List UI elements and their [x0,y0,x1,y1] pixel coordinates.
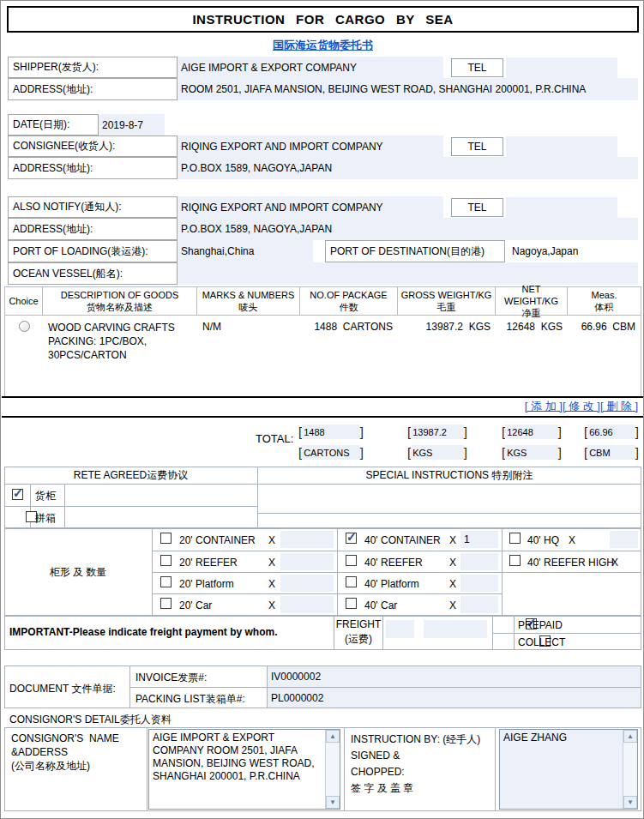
container-40-reefer-checkbox[interactable] [346,555,357,566]
scrollbar[interactable]: ▲ ▼ [623,730,637,809]
container-40-car-checkbox[interactable] [346,598,357,609]
total-meas-group: [ ] [584,423,639,441]
port-of-loading-label: PORT OF LOADING(装运港): [8,240,178,262]
col-marks-en: MARKS & NUMBERS [202,289,295,301]
x-mark: X [268,578,275,590]
freight-label-en: FREIGHT [336,618,382,630]
shipper-tel-button[interactable]: TEL [451,58,503,77]
divider-line [4,506,257,507]
total-net-input[interactable] [505,425,558,439]
ocean-vessel-input[interactable] [178,262,638,285]
rate-fcl-checkbox[interactable] [12,489,23,500]
freight-amount-input-2[interactable] [424,620,487,638]
shipper-input[interactable] [178,57,443,78]
scroll-up-icon[interactable]: ▲ [623,730,637,743]
container-40-container-qty[interactable] [460,531,498,548]
scroll-up-icon[interactable]: ▲ [326,730,340,743]
container-20-platform-checkbox[interactable] [160,576,172,587]
shipper-address-label: ADDRESS(地址): [8,78,178,100]
container-40-car-qty[interactable] [460,596,498,613]
subtitle-link[interactable]: 国际海运货物委托书 [273,39,373,51]
freight-amount-input-1[interactable] [386,620,414,638]
container-40-platform-label: 40' Platform [364,578,419,590]
container-40-platform-qty[interactable] [460,575,498,592]
goods-table: Choice DESCRIPTION OF GOODS 货物名称及描述 MARK… [4,286,641,397]
container-20-car-checkbox[interactable] [160,598,172,609]
container-40-platform-checkbox[interactable] [346,576,357,587]
also-notify-input[interactable] [178,196,443,218]
container-20-container-label: 20' CONTAINER [179,534,256,546]
x-mark: X [268,599,275,611]
shipper-tel-input[interactable] [506,57,617,78]
consignor-address-textarea[interactable]: AIGE IMPORT & EXPORT COMPANY ROOM 2501, … [148,729,340,810]
col-marks-cn: 唛头 [239,301,258,313]
shipper-address-input[interactable] [178,78,638,100]
x-mark: X [569,534,575,546]
invoice-input[interactable] [268,666,641,687]
notify-address-input[interactable] [178,218,638,240]
col-net-en: NET WEIGHT/KG [496,283,567,307]
container-20-container-checkbox[interactable] [160,533,172,544]
consignee-address-input[interactable] [178,157,638,179]
bracket: ] [558,425,562,439]
signer-textarea[interactable]: AIGE ZHANG ▲ ▼ [499,729,638,810]
notify-tel-button[interactable]: TEL [451,198,503,217]
total-label: TOTAL: [256,432,293,445]
container-40-hq-label: 40' HQ [527,534,559,546]
packing-list-input[interactable] [268,688,641,708]
total-package-unit-input[interactable] [302,445,360,460]
bracket: ] [635,425,639,439]
scroll-down-icon[interactable]: ▼ [623,796,637,809]
bracket: ] [464,425,467,439]
container-40-reefer-qty[interactable] [460,553,498,570]
x-mark: X [611,557,618,569]
container-20-car-qty[interactable] [280,596,334,613]
divider-line [344,727,345,811]
total-net-group: [ ] [502,423,562,441]
date-input[interactable] [99,114,165,135]
special-instructions-row-1[interactable] [258,485,641,513]
special-instructions-row-2[interactable] [258,514,641,527]
total-package-input[interactable] [302,425,360,439]
x-mark: X [449,557,456,569]
delete-row-link[interactable]: [ 删 除 ] [600,399,638,414]
scrollbar[interactable]: ▲ ▼ [325,730,340,809]
consignee-input[interactable] [178,135,443,157]
port-of-destination-value[interactable]: Nagoya,Japan [509,240,637,262]
notify-tel-input[interactable] [506,197,617,218]
goods-table-row: WOOD CARVING CRAFTS PACKING: 1PC/BOX, 30… [5,316,641,362]
port-of-loading-input[interactable] [178,240,313,262]
total-meas-unit-input[interactable] [587,445,635,460]
goods-row-choice-radio[interactable] [19,321,30,332]
col-meas-en: Meas. [592,289,617,301]
container-40-hq-qty[interactable] [610,531,638,548]
total-net-unit-input[interactable] [505,445,558,460]
port-of-destination-label: PORT OF DESTINATION(目的港) [325,240,505,262]
col-gross-en: GROSS WEIGHT/KG [401,289,492,301]
bracket: ] [464,445,467,460]
freight-label: FREIGHT (运费) [334,617,382,647]
document-label: DOCUMENT 文件单据: [9,682,116,696]
container-20-reefer-checkbox[interactable] [160,555,172,566]
container-40-hq-checkbox[interactable] [509,533,521,544]
add-row-link[interactable]: [ 添 加 ] [525,399,563,414]
modify-row-link[interactable]: [ 修 改 ] [563,399,600,414]
container-40-reefer-high-checkbox[interactable] [509,555,521,566]
date-label: DATE(日期): [8,114,99,135]
container-40-container-checkbox[interactable] [346,533,357,544]
total-package-group: [ ] [298,423,364,441]
scroll-down-icon[interactable]: ▼ [326,796,340,809]
container-40-reefer-high-label: 40' REEFER HIGH [527,557,614,569]
row-actions: [ 添 加 ] [ 修 改 ] [ 删 除 ] [525,399,638,414]
container-20-reefer-qty[interactable] [280,553,334,570]
container-20-platform-qty[interactable] [280,575,334,592]
total-gross-unit-input[interactable] [411,445,464,460]
total-gross-input[interactable] [411,425,464,439]
consignee-tel-button[interactable]: TEL [451,137,503,156]
col-package-en: NO.OF PACKAGE [310,289,387,301]
notify-address-label: ADDRESS(地址): [8,218,178,240]
container-40-reefer-label: 40' REEFER [364,557,423,569]
total-meas-input[interactable] [587,425,635,439]
consignee-tel-input[interactable] [506,136,617,157]
container-20-container-qty[interactable] [280,531,334,548]
